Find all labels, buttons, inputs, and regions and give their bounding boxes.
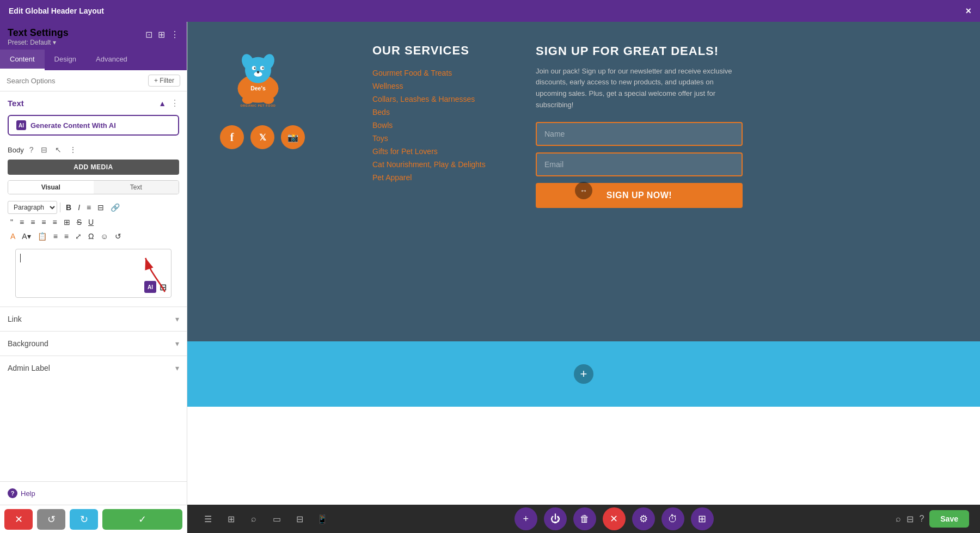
visual-view-button[interactable]: Visual: [8, 181, 94, 194]
toolbar-search-icon[interactable]: ⌕: [244, 509, 264, 529]
layers-icon[interactable]: ⊟: [906, 514, 914, 524]
close-icon[interactable]: ×: [965, 5, 971, 17]
trash-button[interactable]: 🗑: [573, 507, 596, 530]
bold-button[interactable]: B: [63, 201, 74, 213]
filter-button[interactable]: + Filter: [148, 75, 180, 87]
table-button[interactable]: ⊞: [61, 216, 73, 228]
blockquote-button[interactable]: ": [8, 216, 16, 228]
save-button[interactable]: Save: [929, 510, 969, 528]
align-justify-button[interactable]: ≡: [50, 216, 60, 228]
check-icon: ✓: [138, 513, 146, 525]
redo-button[interactable]: ↻: [70, 509, 98, 530]
add-button[interactable]: +: [514, 507, 537, 530]
indent-button[interactable]: ≡: [51, 230, 60, 242]
service-item-4[interactable]: Bowls: [372, 121, 492, 130]
service-item-0[interactable]: Gourmet Food & Treats: [372, 69, 492, 77]
underline-button[interactable]: U: [85, 216, 96, 228]
white-section: [187, 407, 980, 505]
toolbar-center: + ⏻ 🗑 ✕ ⚙ ⏱ ⊞: [514, 507, 714, 530]
cancel-button[interactable]: ✕: [4, 509, 33, 530]
ai-generate-button[interactable]: AI Generate Content With AI: [8, 115, 179, 136]
more-icon[interactable]: ⋮: [170, 29, 179, 40]
text-view-button[interactable]: Text: [94, 181, 179, 194]
signup-button[interactable]: Sign Up Now!: [536, 183, 743, 208]
chevron-up-icon[interactable]: ▲: [158, 99, 166, 108]
tab-design[interactable]: Design: [45, 50, 86, 70]
editor-ai-button[interactable]: AI: [144, 281, 156, 293]
fullscreen-editor-button[interactable]: ⤢: [72, 230, 84, 242]
text-editor-area[interactable]: AI ⊟: [15, 249, 171, 298]
service-item-6[interactable]: Gifts for Pet Lovers: [372, 147, 492, 156]
unordered-list-button[interactable]: ≡: [84, 201, 94, 213]
signup-email-input[interactable]: [536, 152, 743, 176]
align-right-button[interactable]: ≡: [39, 216, 48, 228]
service-item-1[interactable]: Wellness: [372, 82, 492, 90]
instagram-icon[interactable]: 📸: [281, 125, 305, 149]
help-bottom-icon[interactable]: ?: [919, 514, 924, 524]
add-section-button[interactable]: +: [574, 364, 593, 384]
history-button[interactable]: ⏱: [661, 507, 684, 530]
close-button[interactable]: ✕: [603, 507, 626, 530]
bottom-action-bar: ✕ ↺ ↻ ✓: [0, 505, 187, 533]
background-section-header[interactable]: Background ▾: [0, 332, 187, 356]
ordered-list-button[interactable]: ⊟: [95, 201, 107, 213]
toolbar-mobile-icon[interactable]: 📱: [313, 509, 332, 529]
svg-text:Dee's: Dee's: [250, 85, 266, 91]
undo-editor-button[interactable]: ↺: [112, 230, 124, 242]
more-body-icon[interactable]: ⋮: [67, 144, 79, 155]
confirm-button[interactable]: ✓: [102, 509, 182, 530]
search-bottom-icon[interactable]: ⌕: [896, 514, 901, 524]
cancel-icon: ✕: [15, 513, 23, 525]
outdent-button[interactable]: ≡: [62, 230, 71, 242]
help-row[interactable]: ? Help: [0, 481, 187, 505]
link-section-header[interactable]: Link ▾: [0, 307, 187, 331]
svg-point-11: [242, 96, 254, 104]
add-media-button[interactable]: ADD MEDIA: [8, 160, 179, 175]
panel-preset[interactable]: Preset: Default: [8, 39, 69, 46]
paste-button[interactable]: 📋: [35, 230, 50, 242]
toolbar-grid-icon[interactable]: ⊞: [221, 509, 241, 529]
search-input[interactable]: [7, 77, 144, 85]
editor-format-button[interactable]: ⊟: [160, 281, 167, 293]
cursor-icon[interactable]: ↖: [53, 144, 64, 155]
tab-content[interactable]: Content: [0, 50, 45, 70]
signup-name-input[interactable]: [536, 122, 743, 146]
toolbar-right: ⌕ ⊟ ? Save: [896, 510, 969, 528]
toolbar-menu-icon[interactable]: ☰: [198, 509, 218, 529]
service-item-7[interactable]: Cat Nourishment, Play & Delights: [372, 160, 492, 169]
device-icon[interactable]: ⊟: [39, 144, 50, 155]
tab-advanced[interactable]: Advanced: [86, 50, 137, 70]
twitter-x-icon[interactable]: 𝕏: [250, 125, 274, 149]
toolbar-desktop-icon[interactable]: ▭: [267, 509, 286, 529]
fullscreen-icon[interactable]: ⊡: [145, 29, 152, 40]
bg-color-button[interactable]: A▾: [19, 230, 33, 242]
service-item-3[interactable]: Beds: [372, 108, 492, 117]
settings-button[interactable]: ⚙: [632, 507, 655, 530]
facebook-icon[interactable]: f: [220, 125, 244, 149]
link-button[interactable]: 🔗: [108, 201, 122, 213]
paragraph-select[interactable]: Paragraph: [8, 201, 57, 214]
emoji-button[interactable]: ☺: [98, 230, 111, 242]
strikethrough-button[interactable]: S: [74, 216, 84, 228]
text-section-header[interactable]: Text ▲ ⋮: [0, 91, 187, 113]
section-menu-icon[interactable]: ⋮: [170, 98, 179, 108]
brand-logo: Dee's ORGANIC PET FOOD: [220, 44, 296, 109]
services-list: Gourmet Food & Treats Wellness Collars, …: [372, 69, 492, 182]
drag-handle[interactable]: ↔: [575, 182, 592, 199]
service-item-8[interactable]: Pet Apparel: [372, 173, 492, 182]
help-tooltip-icon[interactable]: ?: [27, 144, 36, 155]
layout-icon[interactable]: ⊞: [158, 29, 165, 40]
italic-button[interactable]: I: [75, 201, 83, 213]
special-char-button[interactable]: Ω: [85, 230, 96, 242]
toolbar-tablet-icon[interactable]: ⊟: [290, 509, 309, 529]
undo-button[interactable]: ↺: [37, 509, 65, 530]
background-chevron-icon: ▾: [175, 339, 179, 348]
adjust-button[interactable]: ⊞: [691, 507, 714, 530]
text-color-button[interactable]: A: [8, 230, 18, 242]
align-left-button[interactable]: ≡: [17, 216, 27, 228]
power-button[interactable]: ⏻: [544, 507, 567, 530]
service-item-5[interactable]: Toys: [372, 134, 492, 143]
admin-label-section-header[interactable]: Admin Label ▾: [0, 356, 187, 380]
service-item-2[interactable]: Collars, Leashes & Harnesses: [372, 95, 492, 103]
align-center-button[interactable]: ≡: [28, 216, 38, 228]
